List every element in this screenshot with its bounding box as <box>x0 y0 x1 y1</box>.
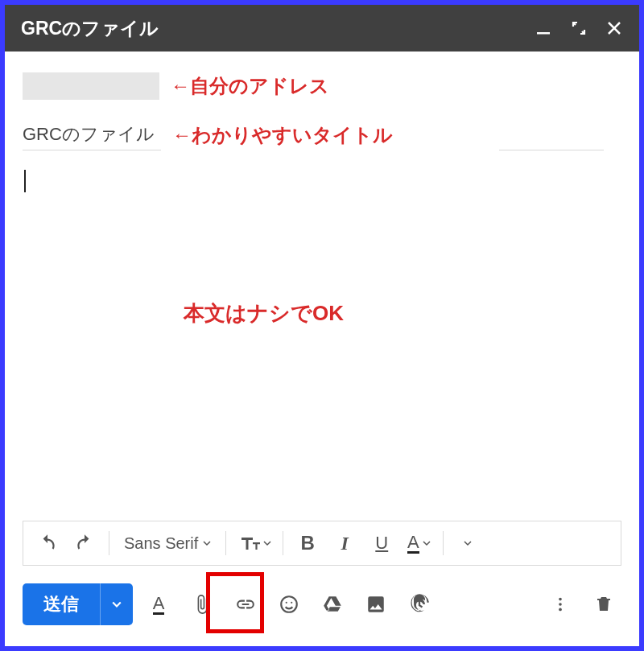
insert-drive-icon[interactable] <box>315 587 350 622</box>
font-family-label: Sans Serif <box>124 534 198 553</box>
window-controls <box>535 19 623 37</box>
separator <box>443 531 444 555</box>
to-row: ←自分のアドレス <box>23 66 621 106</box>
bold-button[interactable]: B <box>291 527 324 559</box>
annotation-to: ←自分のアドレス <box>171 73 329 99</box>
expand-icon[interactable] <box>570 19 588 37</box>
chevron-down-icon <box>464 539 472 547</box>
separator <box>283 531 283 555</box>
svg-point-5 <box>559 603 562 606</box>
subject-row: ←わかりやすいタイトル <box>23 119 621 150</box>
more-options-icon[interactable] <box>543 587 578 622</box>
insert-link-icon[interactable] <box>228 587 263 622</box>
body-area[interactable]: 本文はナシでOK <box>23 167 621 521</box>
subject-underline-right <box>499 150 604 150</box>
window-title: GRCのファイル <box>21 16 535 41</box>
annotation-subject: ←わかりやすいタイトル <box>172 122 393 148</box>
separator <box>225 531 226 555</box>
font-size-icon[interactable] <box>234 527 275 559</box>
redo-icon[interactable] <box>68 527 101 559</box>
compose-content: ←自分のアドレス ←わかりやすいタイトル 本文はナシでOK <box>5 52 639 521</box>
svg-rect-0 <box>537 32 550 35</box>
separator <box>109 531 109 555</box>
compose-window: GRCのファイル ←自分のアドレス ←わかりやすいタイトル <box>0 0 644 651</box>
undo-icon[interactable] <box>31 527 64 559</box>
send-label: 送信 <box>23 583 101 625</box>
subject-input[interactable] <box>23 119 161 150</box>
annotation-body: 本文はナシでOK <box>184 299 344 328</box>
chevron-down-icon <box>423 539 431 547</box>
titlebar: GRCのファイル <box>5 5 639 52</box>
svg-point-1 <box>281 596 297 612</box>
svg-point-4 <box>559 598 562 601</box>
minimize-icon[interactable] <box>535 19 552 37</box>
insert-photo-icon[interactable] <box>358 587 394 622</box>
italic-button[interactable]: I <box>328 527 361 559</box>
chevron-down-icon <box>203 539 211 547</box>
close-icon[interactable] <box>605 19 623 37</box>
formatting-toolbar: Sans Serif B I U A <box>23 521 621 566</box>
svg-point-6 <box>559 608 562 612</box>
svg-point-3 <box>291 602 292 604</box>
text-color-button[interactable]: A <box>402 527 435 559</box>
chevron-down-icon <box>263 539 271 547</box>
font-family-select[interactable]: Sans Serif <box>118 534 217 553</box>
send-button[interactable]: 送信 <box>23 583 133 625</box>
action-bar: 送信 A <box>23 580 621 628</box>
discard-draft-icon[interactable] <box>586 587 621 622</box>
svg-point-2 <box>286 602 287 604</box>
to-address-redacted[interactable] <box>23 72 159 100</box>
formatting-toggle-button[interactable]: A <box>141 587 176 622</box>
attach-file-icon[interactable] <box>184 587 220 622</box>
text-cursor <box>24 170 26 192</box>
insert-emoji-icon[interactable] <box>271 587 307 622</box>
underline-button[interactable]: U <box>365 527 398 559</box>
confidential-mode-icon[interactable] <box>402 587 437 622</box>
send-options-arrow[interactable] <box>101 599 133 609</box>
more-formatting-button[interactable] <box>452 527 484 559</box>
